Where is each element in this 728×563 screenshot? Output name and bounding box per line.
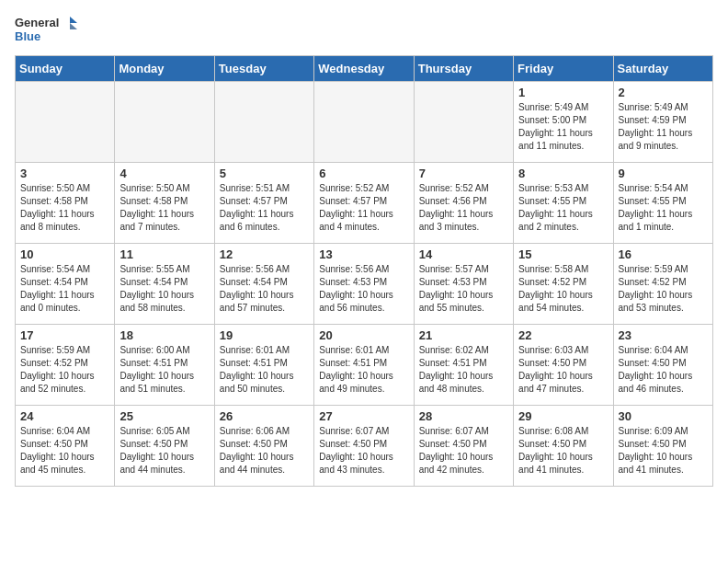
weekday-header-sunday: Sunday <box>16 55 115 81</box>
calendar-cell: 1 Sunrise: 5:49 AM Sunset: 5:00 PM Dayli… <box>514 81 613 162</box>
logo-text: General Blue <box>15 15 77 44</box>
day-info: Sunrise: 6:02 AM Sunset: 4:51 PM Dayligh… <box>419 344 508 396</box>
day-number: 15 <box>518 247 608 261</box>
calendar-cell: 7 Sunrise: 5:52 AM Sunset: 4:56 PM Dayli… <box>414 162 513 243</box>
day-number: 14 <box>419 247 508 261</box>
weekday-header-row: SundayMondayTuesdayWednesdayThursdayFrid… <box>16 55 713 81</box>
calendar-cell: 19 Sunrise: 6:01 AM Sunset: 4:51 PM Dayl… <box>214 324 313 405</box>
day-info: Sunrise: 6:09 AM Sunset: 4:50 PM Dayligh… <box>619 425 708 477</box>
day-number: 16 <box>619 247 708 261</box>
calendar-cell: 13 Sunrise: 5:56 AM Sunset: 4:53 PM Dayl… <box>314 243 414 324</box>
calendar-cell: 11 Sunrise: 5:55 AM Sunset: 4:54 PM Dayl… <box>115 243 214 324</box>
day-number: 21 <box>419 328 508 342</box>
day-number: 27 <box>319 409 408 423</box>
calendar-cell: 27 Sunrise: 6:07 AM Sunset: 4:50 PM Dayl… <box>314 405 414 486</box>
day-info: Sunrise: 5:56 AM Sunset: 4:53 PM Dayligh… <box>319 263 408 315</box>
calendar-cell: 3 Sunrise: 5:50 AM Sunset: 4:58 PM Dayli… <box>16 162 115 243</box>
calendar-cell: 23 Sunrise: 6:04 AM Sunset: 4:50 PM Dayl… <box>613 324 712 405</box>
day-info: Sunrise: 6:06 AM Sunset: 4:50 PM Dayligh… <box>220 425 309 477</box>
day-number: 13 <box>319 247 408 261</box>
day-number: 25 <box>119 409 209 423</box>
calendar-cell <box>16 81 115 162</box>
day-number: 3 <box>20 167 109 180</box>
day-info: Sunrise: 5:59 AM Sunset: 4:52 PM Dayligh… <box>619 263 708 315</box>
calendar-cell: 30 Sunrise: 6:09 AM Sunset: 4:50 PM Dayl… <box>613 405 712 486</box>
calendar-cell: 21 Sunrise: 6:02 AM Sunset: 4:51 PM Dayl… <box>414 324 513 405</box>
calendar-week-5: 24 Sunrise: 6:04 AM Sunset: 4:50 PM Dayl… <box>16 405 713 486</box>
calendar-cell: 28 Sunrise: 6:07 AM Sunset: 4:50 PM Dayl… <box>414 405 513 486</box>
calendar-cell: 8 Sunrise: 5:53 AM Sunset: 4:55 PM Dayli… <box>514 162 613 243</box>
logo-bird-icon <box>61 15 77 31</box>
logo: General Blue <box>15 15 77 44</box>
day-number: 7 <box>419 167 508 180</box>
day-info: Sunrise: 5:50 AM Sunset: 4:58 PM Dayligh… <box>20 182 109 234</box>
calendar-cell: 24 Sunrise: 6:04 AM Sunset: 4:50 PM Dayl… <box>16 405 115 486</box>
calendar-week-4: 17 Sunrise: 5:59 AM Sunset: 4:52 PM Dayl… <box>16 324 713 405</box>
calendar-cell: 20 Sunrise: 6:01 AM Sunset: 4:51 PM Dayl… <box>314 324 414 405</box>
weekday-header-wednesday: Wednesday <box>314 55 414 81</box>
day-number: 10 <box>20 247 109 261</box>
day-info: Sunrise: 5:54 AM Sunset: 4:55 PM Dayligh… <box>619 182 708 234</box>
day-number: 12 <box>220 247 309 261</box>
day-number: 6 <box>319 167 408 180</box>
day-info: Sunrise: 6:04 AM Sunset: 4:50 PM Dayligh… <box>619 344 708 396</box>
calendar-cell <box>214 81 313 162</box>
calendar-cell <box>115 81 214 162</box>
day-info: Sunrise: 5:58 AM Sunset: 4:52 PM Dayligh… <box>518 263 608 315</box>
weekday-header-monday: Monday <box>115 55 214 81</box>
day-info: Sunrise: 6:01 AM Sunset: 4:51 PM Dayligh… <box>220 344 309 396</box>
calendar-cell: 18 Sunrise: 6:00 AM Sunset: 4:51 PM Dayl… <box>115 324 214 405</box>
day-info: Sunrise: 5:56 AM Sunset: 4:54 PM Dayligh… <box>220 263 309 315</box>
calendar-cell: 15 Sunrise: 5:58 AM Sunset: 4:52 PM Dayl… <box>514 243 613 324</box>
logo-blue: Blue <box>15 29 40 44</box>
day-info: Sunrise: 6:03 AM Sunset: 4:50 PM Dayligh… <box>518 344 608 396</box>
day-number: 19 <box>220 328 309 342</box>
day-number: 29 <box>518 409 608 423</box>
day-number: 18 <box>119 328 209 342</box>
page-header: General Blue <box>15 15 713 44</box>
day-number: 9 <box>619 167 708 180</box>
svg-marker-0 <box>70 17 77 23</box>
day-info: Sunrise: 6:01 AM Sunset: 4:51 PM Dayligh… <box>319 344 408 396</box>
calendar-week-2: 3 Sunrise: 5:50 AM Sunset: 4:58 PM Dayli… <box>16 162 713 243</box>
calendar-table: SundayMondayTuesdayWednesdayThursdayFrid… <box>15 55 713 487</box>
day-number: 23 <box>619 328 708 342</box>
day-number: 24 <box>20 409 109 423</box>
weekday-header-saturday: Saturday <box>613 55 712 81</box>
day-info: Sunrise: 6:04 AM Sunset: 4:50 PM Dayligh… <box>20 425 109 477</box>
calendar-cell: 16 Sunrise: 5:59 AM Sunset: 4:52 PM Dayl… <box>613 243 712 324</box>
calendar-week-3: 10 Sunrise: 5:54 AM Sunset: 4:54 PM Dayl… <box>16 243 713 324</box>
day-number: 4 <box>119 167 209 180</box>
calendar-cell: 22 Sunrise: 6:03 AM Sunset: 4:50 PM Dayl… <box>514 324 613 405</box>
day-number: 26 <box>220 409 309 423</box>
day-info: Sunrise: 6:00 AM Sunset: 4:51 PM Dayligh… <box>119 344 209 396</box>
calendar-cell: 12 Sunrise: 5:56 AM Sunset: 4:54 PM Dayl… <box>214 243 313 324</box>
day-info: Sunrise: 6:07 AM Sunset: 4:50 PM Dayligh… <box>319 425 408 477</box>
day-info: Sunrise: 5:55 AM Sunset: 4:54 PM Dayligh… <box>119 263 209 315</box>
day-number: 17 <box>20 328 109 342</box>
day-info: Sunrise: 6:08 AM Sunset: 4:50 PM Dayligh… <box>518 425 608 477</box>
day-number: 5 <box>220 167 309 180</box>
day-info: Sunrise: 5:49 AM Sunset: 4:59 PM Dayligh… <box>619 101 708 153</box>
calendar-week-1: 1 Sunrise: 5:49 AM Sunset: 5:00 PM Dayli… <box>16 81 713 162</box>
weekday-header-tuesday: Tuesday <box>214 55 313 81</box>
svg-marker-1 <box>70 23 77 29</box>
day-number: 30 <box>619 409 708 423</box>
calendar-cell: 9 Sunrise: 5:54 AM Sunset: 4:55 PM Dayli… <box>613 162 712 243</box>
day-number: 2 <box>619 86 708 99</box>
day-number: 20 <box>319 328 408 342</box>
calendar-cell: 10 Sunrise: 5:54 AM Sunset: 4:54 PM Dayl… <box>16 243 115 324</box>
calendar-cell: 4 Sunrise: 5:50 AM Sunset: 4:58 PM Dayli… <box>115 162 214 243</box>
calendar-cell: 25 Sunrise: 6:05 AM Sunset: 4:50 PM Dayl… <box>115 405 214 486</box>
day-info: Sunrise: 6:05 AM Sunset: 4:50 PM Dayligh… <box>119 425 209 477</box>
weekday-header-thursday: Thursday <box>414 55 513 81</box>
calendar-cell <box>414 81 513 162</box>
logo-general: General <box>15 16 59 30</box>
calendar-cell: 29 Sunrise: 6:08 AM Sunset: 4:50 PM Dayl… <box>514 405 613 486</box>
calendar-cell: 2 Sunrise: 5:49 AM Sunset: 4:59 PM Dayli… <box>613 81 712 162</box>
day-info: Sunrise: 5:54 AM Sunset: 4:54 PM Dayligh… <box>20 263 109 315</box>
calendar-cell: 6 Sunrise: 5:52 AM Sunset: 4:57 PM Dayli… <box>314 162 414 243</box>
day-info: Sunrise: 5:51 AM Sunset: 4:57 PM Dayligh… <box>220 182 309 234</box>
day-info: Sunrise: 5:50 AM Sunset: 4:58 PM Dayligh… <box>119 182 209 234</box>
calendar-cell: 17 Sunrise: 5:59 AM Sunset: 4:52 PM Dayl… <box>16 324 115 405</box>
